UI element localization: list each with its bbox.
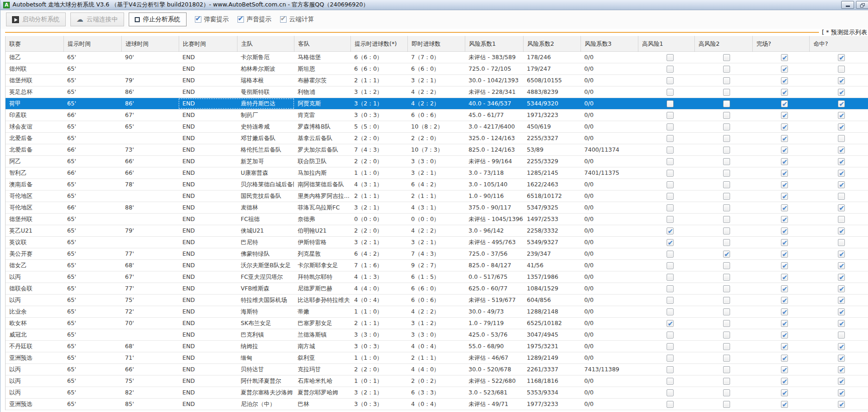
finished-checkbox[interactable] <box>781 308 788 315</box>
high-risk2-checkbox[interactable] <box>723 285 730 292</box>
hit-checkbox[interactable] <box>838 193 845 200</box>
high-risk2-checkbox[interactable] <box>723 239 730 246</box>
table-row[interactable]: 英乙U2165'79'END侠城U21伯明翰U212（2：0）4（2：2）3.0… <box>6 225 868 237</box>
high-risk1-checkbox[interactable] <box>667 89 674 96</box>
finished-checkbox[interactable] <box>781 170 788 177</box>
high-risk2-checkbox[interactable] <box>723 332 730 338</box>
finished-checkbox[interactable] <box>781 285 788 292</box>
high-risk1-checkbox[interactable] <box>667 389 674 396</box>
high-risk1-checkbox[interactable] <box>667 308 674 315</box>
table-row[interactable]: 北爱后备65'END邓甘嫩后备队基拿云后备队2（2：0）2（2：0）325.0 … <box>6 133 868 144</box>
finished-checkbox[interactable] <box>781 378 788 385</box>
high-risk1-checkbox[interactable] <box>667 204 674 211</box>
high-risk1-checkbox[interactable] <box>667 170 674 177</box>
high-risk1-checkbox[interactable] <box>667 123 674 130</box>
hit-checkbox[interactable] <box>838 77 845 84</box>
hit-checkbox[interactable] <box>838 366 845 373</box>
high-risk1-checkbox[interactable] <box>667 193 674 200</box>
high-risk2-checkbox[interactable] <box>723 66 730 73</box>
table-row[interactable]: 德乙65'90'END卡尔斯鲁厄马格德堡6（6：0）7（7：0）未评估 - 38… <box>6 52 868 63</box>
table-row[interactable]: 比业余65'72'END海斯特蒂嫩1（1：0）4（2：2）30.0 - 49/7… <box>6 306 868 318</box>
table-row[interactable]: 英足总杯65'86'END曼彻斯特联利物浦3（1：2）4（2：2）未评估 - 2… <box>6 86 868 98</box>
table-row[interactable]: 以丙65'75'END阿什凯泽夏普尔石库哈米扎哈1（0：1）2（0：2）未评估 … <box>6 375 868 387</box>
column-header-4[interactable]: 主队 <box>237 36 294 51</box>
high-risk2-checkbox[interactable] <box>723 389 730 396</box>
table-row[interactable]: 北爱后备66'73'END格伦托兰后备队罗夫加尔后备队7（4：3）10（7：3）… <box>6 144 868 156</box>
high-risk1-checkbox[interactable] <box>667 274 674 281</box>
finished-checkbox[interactable] <box>781 66 788 73</box>
high-risk1-checkbox[interactable] <box>667 401 674 408</box>
finished-checkbox[interactable] <box>781 204 788 211</box>
cloud-connecting-button[interactable]: ☁ 云端连接中 <box>70 12 124 26</box>
table-row[interactable]: 亚洲预选65'85'END尼泊尔（中）巴林3（0：3）4（0：4）未评估 - 4… <box>6 399 868 410</box>
finished-checkbox[interactable] <box>781 54 788 61</box>
table-row[interactable]: 智利乙66'66'ENDU康塞普森马加拉内斯1（1：0）3（2：1）3.0 - … <box>6 167 868 179</box>
table-row[interactable]: 英议联65'END巴尼特伊斯特雷格3（2：1）3（2：1）未评估 - 495/7… <box>6 237 868 248</box>
high-risk1-checkbox[interactable] <box>667 112 674 119</box>
finished-checkbox[interactable] <box>781 274 788 281</box>
table-row[interactable]: 阿乙65'66'END新芝加哥联合防卫队2（2：0）3（3：0）未评估 - 99… <box>6 156 868 167</box>
hit-checkbox[interactable] <box>838 147 845 154</box>
hit-checkbox[interactable] <box>838 112 845 119</box>
high-risk2-checkbox[interactable] <box>723 77 730 84</box>
column-header-9[interactable]: 风险系数2 <box>523 36 581 51</box>
finished-checkbox[interactable] <box>781 181 788 188</box>
hit-checkbox[interactable] <box>838 262 845 269</box>
high-risk2-checkbox[interactable] <box>723 100 730 107</box>
high-risk1-checkbox[interactable] <box>667 216 674 223</box>
high-risk2-checkbox[interactable] <box>723 170 730 177</box>
hit-checkbox[interactable] <box>838 66 845 73</box>
hit-checkbox[interactable] <box>838 181 845 188</box>
hit-checkbox[interactable] <box>838 216 845 223</box>
high-risk1-checkbox[interactable] <box>667 228 674 234</box>
column-header-0[interactable]: 联赛 <box>6 36 63 51</box>
high-risk2-checkbox[interactable] <box>723 262 730 269</box>
finished-checkbox[interactable] <box>781 147 788 154</box>
column-header-12[interactable]: 高风险2 <box>694 36 752 51</box>
high-risk2-checkbox[interactable] <box>723 297 730 304</box>
table-row[interactable]: 以丙65'75'END特拉维夫国际机场比达耶参孙特拉维夫4（0：4）6（0：6）… <box>6 295 868 306</box>
hit-checkbox[interactable] <box>838 251 845 258</box>
finished-checkbox[interactable] <box>781 100 788 107</box>
column-header-7[interactable]: 即时进球数 <box>407 36 465 51</box>
table-row[interactable]: 以丙65'82'END夏普尔塞格夫沙洛姆夏普尔耶罗哈姆3（2：1）6（3：3）3… <box>6 387 868 399</box>
high-risk1-checkbox[interactable] <box>667 77 674 84</box>
high-risk1-checkbox[interactable] <box>667 54 674 61</box>
hit-checkbox[interactable] <box>838 274 845 281</box>
high-risk1-checkbox[interactable] <box>667 343 674 350</box>
table-row[interactable]: 欧女杯65'70'ENDSK布兰女足巴塞罗那女足2（1：1）3（1：2）1.0 … <box>6 318 868 329</box>
hit-checkbox[interactable] <box>838 378 845 385</box>
high-risk2-checkbox[interactable] <box>723 54 730 61</box>
high-risk2-checkbox[interactable] <box>723 251 730 258</box>
hit-checkbox[interactable] <box>838 123 845 130</box>
table-row[interactable]: 荷甲65'86'END鹿特丹斯巴达阿贾克斯3（2：1）4（2：2）40.0 - … <box>6 98 868 110</box>
stop-analysis-button[interactable]: 停止分析系统 <box>129 12 187 26</box>
high-risk2-checkbox[interactable] <box>723 320 730 327</box>
finished-checkbox[interactable] <box>781 135 788 142</box>
table-row[interactable]: 球会友谊65'65'END史特连希咸罗森博格B队5（5：0）10（8：2）3.0… <box>6 121 868 133</box>
column-header-11[interactable]: 高风险1 <box>638 36 694 51</box>
table-row[interactable]: 印孟联66'67'END制药厂肯克雷3（0：3）6（0：6）45.0 - 61/… <box>6 110 868 121</box>
finished-checkbox[interactable] <box>781 112 788 119</box>
high-risk1-checkbox[interactable] <box>667 332 674 338</box>
high-risk2-checkbox[interactable] <box>723 89 730 96</box>
high-risk2-checkbox[interactable] <box>723 274 730 281</box>
table-row[interactable]: 哥伦地区65'END国民竞技后备队里奥内格罗阿吉拉...2（1：1）2（1：1）… <box>6 191 868 202</box>
table-row[interactable]: 德堡州联65'79'END瑞格本根布赫霍尔茨2（1：1）3（2：1）30.0 -… <box>6 75 868 86</box>
hit-checkbox[interactable] <box>838 297 845 304</box>
hit-checkbox[interactable] <box>838 355 845 362</box>
hit-checkbox[interactable] <box>838 54 845 61</box>
popup-alert-checkbox[interactable] <box>195 16 201 23</box>
high-risk1-checkbox[interactable] <box>667 66 674 73</box>
finished-checkbox[interactable] <box>781 123 788 130</box>
high-risk2-checkbox[interactable] <box>723 343 730 350</box>
finished-checkbox[interactable] <box>781 355 788 362</box>
table-row[interactable]: 威冠北65'END巴克利镇兰德洛斯镇3（3：0）3（3：0）425.0 - 53… <box>6 329 868 341</box>
table-row[interactable]: 美公开赛65'77'END佛蒙特绿队列克星敦6（4：2）7（4：3）725.0 … <box>6 248 868 260</box>
high-risk2-checkbox[interactable] <box>723 378 730 385</box>
finished-checkbox[interactable] <box>781 332 788 338</box>
column-header-3[interactable]: 比赛时间 <box>179 36 237 51</box>
high-risk1-checkbox[interactable] <box>667 239 674 246</box>
table-row[interactable]: 以丙65'67'ENDFC亚夫涅贝塔尔拜特凯尔耶特4（1：3）6（1：5）0.0… <box>6 271 868 283</box>
high-risk2-checkbox[interactable] <box>723 204 730 211</box>
